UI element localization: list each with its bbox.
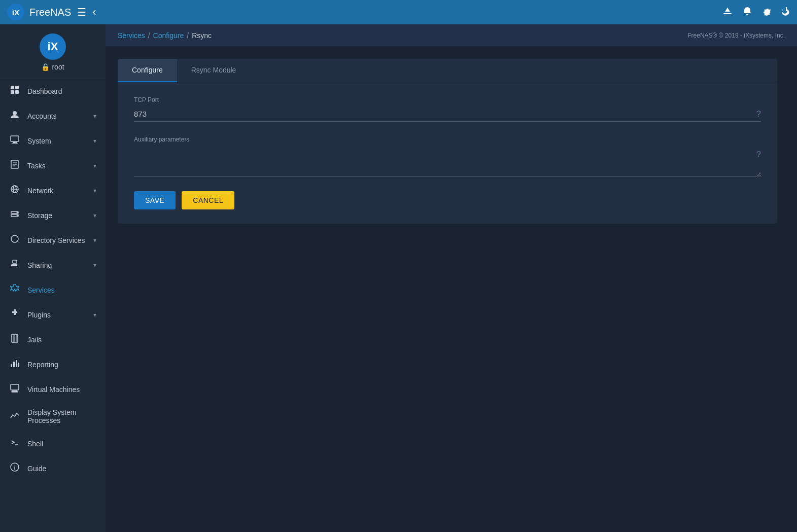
copyright-text: FreeNAS® © 2019 - iXsystems, Inc. bbox=[687, 32, 785, 39]
svg-marker-3 bbox=[725, 8, 730, 12]
sidebar-item-shell[interactable]: Shell bbox=[0, 431, 106, 456]
sidebar-item-accounts[interactable]: Accounts ▾ bbox=[0, 103, 106, 128]
content-area: Configure Rsync Module TCP Port ? bbox=[106, 47, 797, 532]
username: 🔒 root bbox=[41, 63, 64, 71]
storage-icon bbox=[9, 209, 20, 221]
chevron-down-icon: ▾ bbox=[93, 113, 96, 120]
sidebar-item-plugins[interactable]: Plugins ▾ bbox=[0, 302, 106, 327]
auxiliary-params-help-icon[interactable]: ? bbox=[756, 150, 761, 159]
svg-rect-30 bbox=[11, 364, 12, 367]
breadcrumb-sep-1: / bbox=[148, 31, 150, 40]
topbar-left: iX FreeNAS ☰ ‹ bbox=[6, 3, 96, 22]
svg-rect-31 bbox=[13, 362, 15, 367]
breadcrumb-services[interactable]: Services bbox=[118, 31, 145, 40]
svg-rect-2 bbox=[723, 13, 732, 14]
display-system-processes-icon bbox=[9, 411, 20, 422]
chevron-down-icon: ▾ bbox=[93, 311, 96, 318]
back-icon[interactable]: ‹ bbox=[92, 6, 96, 19]
sidebar-item-label: Directory Services bbox=[27, 236, 85, 244]
network-icon bbox=[9, 185, 20, 196]
svg-rect-32 bbox=[16, 360, 17, 367]
breadcrumb-rsync: Rsync bbox=[192, 31, 212, 40]
tcp-port-help-icon[interactable]: ? bbox=[756, 110, 761, 119]
svg-point-23 bbox=[11, 235, 18, 242]
chevron-down-icon: ▾ bbox=[93, 212, 96, 219]
tcp-port-input[interactable] bbox=[134, 107, 761, 122]
tab-configure[interactable]: Configure bbox=[118, 59, 177, 82]
directory-services-icon bbox=[9, 234, 20, 246]
svg-text:iX: iX bbox=[12, 8, 19, 17]
cancel-button[interactable]: CANCEL bbox=[182, 191, 234, 209]
auxiliary-params-input[interactable] bbox=[134, 146, 761, 177]
svg-rect-34 bbox=[11, 384, 19, 390]
sidebar-item-tasks[interactable]: Tasks ▾ bbox=[0, 153, 106, 178]
sidebar-item-services[interactable]: Services bbox=[0, 277, 106, 302]
auxiliary-params-input-wrap: ? bbox=[134, 146, 761, 177]
breadcrumb-sep-2: / bbox=[187, 31, 189, 40]
tasks-icon bbox=[9, 160, 20, 171]
sidebar-item-display-system-processes[interactable]: Display System Processes bbox=[0, 402, 106, 431]
sidebar-item-directory-services[interactable]: Directory Services ▾ bbox=[0, 228, 106, 253]
form-actions: SAVE CANCEL bbox=[134, 191, 761, 209]
breadcrumb-configure[interactable]: Configure bbox=[153, 31, 184, 40]
settings-icon[interactable] bbox=[761, 6, 772, 19]
svg-rect-10 bbox=[13, 142, 17, 143]
sidebar-item-storage[interactable]: Storage ▾ bbox=[0, 203, 106, 228]
logo: iX FreeNAS bbox=[6, 3, 71, 22]
sidebar-item-label: Tasks bbox=[27, 162, 46, 170]
tab-rsync-module[interactable]: Rsync Module bbox=[177, 59, 251, 82]
sidebar-item-sharing[interactable]: Sharing ▾ bbox=[0, 253, 106, 277]
svg-point-21 bbox=[17, 212, 18, 213]
sidebar-item-dashboard[interactable]: Dashboard bbox=[0, 79, 106, 103]
configure-card: Configure Rsync Module TCP Port ? bbox=[118, 59, 777, 224]
chevron-down-icon: ▾ bbox=[93, 237, 96, 244]
svg-rect-6 bbox=[11, 90, 14, 94]
sidebar-item-label: Services bbox=[27, 286, 55, 294]
sidebar-item-label: Accounts bbox=[27, 112, 57, 120]
right-area: Services / Configure / Rsync FreeNAS® © … bbox=[106, 24, 797, 532]
breadcrumb: Services / Configure / Rsync bbox=[118, 31, 212, 40]
topbar: iX FreeNAS ☰ ‹ bbox=[0, 0, 797, 24]
auxiliary-params-label: Auxiliary parameters bbox=[134, 136, 761, 143]
svg-point-8 bbox=[13, 111, 17, 115]
sidebar-item-virtual-machines[interactable]: Virtual Machines bbox=[0, 377, 106, 402]
lock-icon: 🔒 bbox=[41, 63, 50, 71]
sidebar-item-label: Virtual Machines bbox=[27, 385, 80, 394]
svg-rect-33 bbox=[18, 363, 19, 367]
sidebar: iX 🔒 root Dashboard Accounts ▾ Syste bbox=[0, 24, 106, 532]
chevron-down-icon: ▾ bbox=[93, 162, 96, 169]
breadcrumb-bar: Services / Configure / Rsync FreeNAS® © … bbox=[106, 24, 797, 47]
sidebar-item-network[interactable]: Network ▾ bbox=[0, 178, 106, 203]
system-icon bbox=[9, 135, 20, 147]
sidebar-item-label: Plugins bbox=[27, 311, 51, 319]
configure-form: TCP Port ? Auxiliary parameters ? bbox=[118, 82, 777, 224]
svg-rect-36 bbox=[12, 392, 18, 392]
dashboard-icon bbox=[9, 85, 20, 97]
svg-rect-9 bbox=[11, 136, 19, 141]
sidebar-item-label: Jails bbox=[27, 336, 42, 344]
save-button[interactable]: SAVE bbox=[134, 191, 176, 209]
freenas-logo-icon: iX bbox=[6, 3, 25, 22]
sidebar-item-reporting[interactable]: Reporting bbox=[0, 352, 106, 377]
main-layout: iX 🔒 root Dashboard Accounts ▾ Syste bbox=[0, 24, 797, 532]
tcp-port-label: TCP Port bbox=[134, 96, 761, 103]
sharing-icon bbox=[9, 259, 20, 271]
logo-text: FreeNAS bbox=[29, 7, 71, 18]
menu-icon[interactable]: ☰ bbox=[77, 6, 86, 18]
svg-rect-4 bbox=[11, 86, 14, 89]
sidebar-item-guide[interactable]: i Guide bbox=[0, 456, 106, 481]
svg-marker-25 bbox=[10, 285, 19, 291]
power-icon[interactable] bbox=[781, 6, 791, 19]
svg-rect-11 bbox=[12, 143, 18, 144]
svg-rect-7 bbox=[15, 90, 19, 94]
sidebar-item-label: Sharing bbox=[27, 261, 52, 269]
tcp-port-group: TCP Port ? bbox=[134, 96, 761, 122]
auxiliary-params-group: Auxiliary parameters ? bbox=[134, 136, 761, 177]
sidebar-item-jails[interactable]: Jails bbox=[0, 327, 106, 352]
sidebar-item-system[interactable]: System ▾ bbox=[0, 128, 106, 153]
bell-icon[interactable] bbox=[742, 6, 752, 19]
guide-icon: i bbox=[9, 463, 20, 474]
jails-icon bbox=[9, 334, 20, 345]
sidebar-item-label: Dashboard bbox=[27, 87, 62, 95]
download-icon[interactable] bbox=[722, 6, 733, 19]
